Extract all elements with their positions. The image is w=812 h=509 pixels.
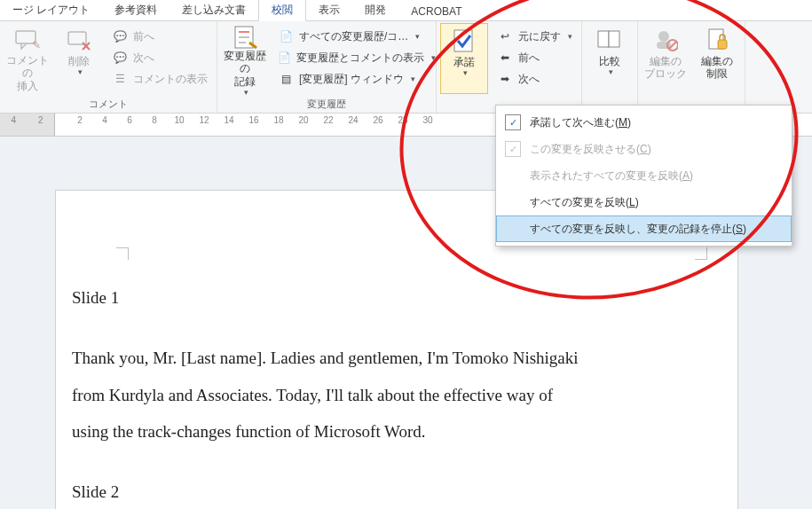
reject-label: 元に戻す xyxy=(518,29,561,44)
block-authors-label: 編集の ブロック xyxy=(644,55,687,81)
tab-review[interactable]: 校閲 xyxy=(258,0,306,21)
group-tracking-label: 変更履歴 xyxy=(221,96,432,113)
new-comment-label: コメントの 挿入 xyxy=(5,54,50,92)
group-protect: 編集の ブロック 編集の 制限 xyxy=(638,21,745,113)
chevron-down-icon: ▾ xyxy=(609,67,613,77)
crop-mark-icon xyxy=(116,247,129,260)
check-icon: ✓ xyxy=(505,141,521,157)
compare-button[interactable]: 比較 ▾ xyxy=(586,23,634,94)
svg-point-12 xyxy=(658,31,669,42)
tab-acrobat[interactable]: ACROBAT xyxy=(398,3,474,20)
compare-label: 比較 xyxy=(599,55,620,67)
group-tracking: 変更履歴の 記録 ▾ 📄 すべての変更履歴/コ… ▾ 📄 変更履歴とコメントの表… xyxy=(217,21,437,113)
accept-label: 承諾 xyxy=(453,56,475,68)
show-markup-label: 変更履歴とコメントの表示 xyxy=(296,51,424,66)
check-icon: ✓ xyxy=(505,114,521,130)
prev-icon: ⬅ xyxy=(497,50,513,66)
show-comments-label: コメントの表示 xyxy=(133,72,208,87)
balloon-next-icon: 💬 xyxy=(112,50,128,66)
tab-developer[interactable]: 開発 xyxy=(352,0,398,20)
balloon-prev-icon: 💬 xyxy=(112,28,128,44)
next-change-button[interactable]: ➡ 次へ xyxy=(492,69,578,89)
group-comments-label: コメント xyxy=(4,96,213,113)
doc-line: Thank you, Mr. [Last name]. Ladies and g… xyxy=(72,340,684,377)
tab-page-layout[interactable]: ージ レイアウト xyxy=(0,0,102,20)
accept-button[interactable]: 承諾 ▾ xyxy=(440,23,488,94)
group-changes: 承諾 ▾ ↩ 元に戻す ▾ ⬅ 前へ ➡ 次へ xyxy=(437,21,581,113)
group-compare: 比較 ▾ xyxy=(581,21,638,113)
delete-comment-label: 削除 xyxy=(68,55,90,67)
compare-icon xyxy=(596,25,623,55)
track-changes-button[interactable]: 変更履歴の 記録 ▾ xyxy=(221,23,269,94)
ribbon-tabs: ージ レイアウト 参考資料 差し込み文書 校閲 表示 開発 ACROBAT xyxy=(0,0,812,21)
doc-line: using the track-changes function of Micr… xyxy=(72,413,684,450)
next-icon: ➡ xyxy=(497,71,513,87)
menu-accept-this-change: ✓ この変更を反映させる(C) xyxy=(496,136,792,162)
doc-line: from Kurdyla and Associates. Today, I'll… xyxy=(72,377,684,414)
next-comment-button[interactable]: 💬 次へ xyxy=(106,48,213,67)
track-changes-icon xyxy=(232,25,258,50)
doc-line: Slide 2 xyxy=(72,474,684,509)
svg-rect-17 xyxy=(718,40,727,49)
block-icon xyxy=(653,25,678,55)
lock-icon xyxy=(706,25,729,55)
pane-icon: ▤ xyxy=(278,71,294,87)
new-comment-button[interactable]: ✎ コメントの 挿入 xyxy=(4,23,51,94)
next-comment-label: 次へ xyxy=(133,51,154,66)
svg-rect-9 xyxy=(454,30,472,51)
menu-accept-and-next[interactable]: ✓ 承諾して次へ進む(M) xyxy=(496,109,792,136)
accept-dropdown-menu: ✓ 承諾して次へ進む(M) ✓ この変更を反映させる(C) 表示されたすべての変… xyxy=(495,105,792,247)
show-markup-dropdown[interactable]: 📄 変更履歴とコメントの表示 ▾ xyxy=(272,48,432,67)
tab-references[interactable]: 参考資料 xyxy=(102,0,169,20)
block-authors-button[interactable]: 編集の ブロック xyxy=(642,23,690,94)
ruler-left: 4 2 xyxy=(0,114,55,136)
list-icon: ☰ xyxy=(112,71,128,87)
restrict-editing-button[interactable]: 編集の 制限 xyxy=(693,23,741,94)
menu-accept-all-shown: 表示されたすべての変更を反映(A) xyxy=(496,162,792,189)
chevron-down-icon: ▾ xyxy=(431,53,436,62)
chevron-down-icon: ▾ xyxy=(411,74,415,83)
crop-mark-icon xyxy=(695,247,707,260)
svg-rect-10 xyxy=(598,31,609,47)
prev-comment-button[interactable]: 💬 前へ xyxy=(106,27,213,46)
chevron-down-icon: ▾ xyxy=(463,68,468,78)
comment-icon: ✎ xyxy=(14,25,41,54)
doc-line: Slide 1 xyxy=(72,279,684,317)
track-changes-label: 変更履歴の 記録 xyxy=(223,50,267,88)
doc-icon: 📄 xyxy=(278,50,291,66)
tab-view[interactable]: 表示 xyxy=(306,0,352,20)
menu-accept-all-stop-tracking[interactable]: すべての変更を反映し、変更の記録を停止(S) xyxy=(496,215,792,242)
delete-comment-button[interactable]: 削除 ▾ xyxy=(55,23,103,94)
next-change-label: 次へ xyxy=(518,72,540,87)
chevron-down-icon: ▾ xyxy=(78,67,83,77)
show-comments-button[interactable]: ☰ コメントの表示 xyxy=(106,69,213,89)
accept-icon xyxy=(451,26,477,56)
svg-rect-11 xyxy=(609,31,619,47)
restrict-editing-label: 編集の 制限 xyxy=(701,55,733,81)
prev-change-label: 前へ xyxy=(518,51,540,66)
tab-mailings[interactable]: 差し込み文書 xyxy=(169,0,258,20)
prev-change-button[interactable]: ⬅ 前へ xyxy=(492,48,578,67)
svg-text:✎: ✎ xyxy=(32,39,41,51)
reviewing-pane-dropdown[interactable]: ▤ [変更履歴] ウィンドウ ▾ xyxy=(272,69,432,89)
reject-button[interactable]: ↩ 元に戻す ▾ xyxy=(492,27,578,46)
chevron-down-icon: ▾ xyxy=(568,32,572,41)
group-comments: ✎ コメントの 挿入 削除 ▾ 💬 前へ 💬 次へ xyxy=(0,21,217,113)
ribbon: ✎ コメントの 挿入 削除 ▾ 💬 前へ 💬 次へ xyxy=(0,21,812,114)
display-mode-label: すべての変更履歴/コ… xyxy=(299,29,408,44)
menu-accept-all[interactable]: すべての変更を反映(L) xyxy=(496,189,792,215)
prev-comment-label: 前へ xyxy=(133,29,154,44)
undo-icon: ↩ xyxy=(497,28,513,44)
delete-icon xyxy=(67,25,91,55)
reviewing-pane-label: [変更履歴] ウィンドウ xyxy=(299,72,404,87)
doc-icon: 📄 xyxy=(278,28,294,44)
chevron-down-icon: ▾ xyxy=(415,32,420,41)
display-mode-dropdown[interactable]: 📄 すべての変更履歴/コ… ▾ xyxy=(272,27,432,46)
